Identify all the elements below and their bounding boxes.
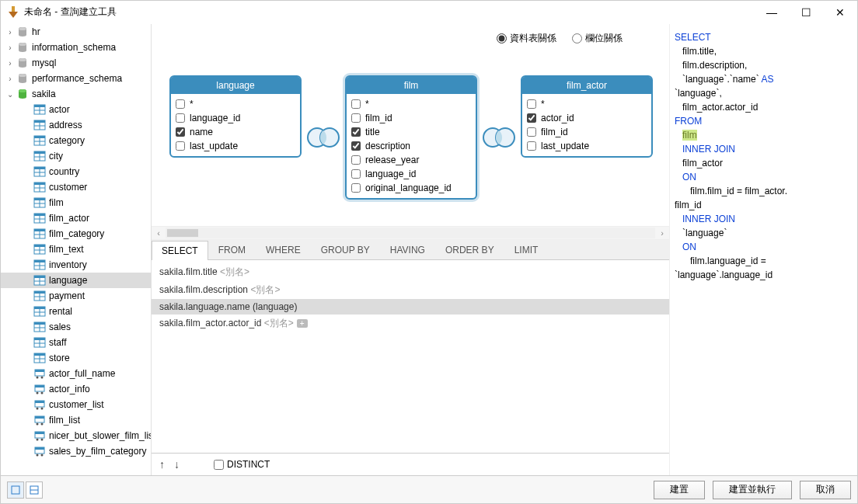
move-down-button[interactable]: ↓ [174, 458, 180, 471]
distinct-input[interactable] [214, 460, 224, 470]
tree-view-customer_list[interactable]: customer_list [1, 397, 151, 412]
build-button[interactable]: 建置 [654, 481, 705, 499]
tree-table-inventory[interactable]: inventory [1, 257, 151, 273]
expand-icon[interactable]: › [5, 27, 15, 36]
tree-table-customer[interactable]: customer [1, 179, 151, 195]
column-row[interactable]: film_id [527, 125, 647, 139]
alias-placeholder[interactable]: <別名> [220, 266, 249, 277]
select-item[interactable]: sakila.film.description <別名> [152, 281, 669, 299]
column-checkbox[interactable] [351, 155, 361, 165]
table-header[interactable]: language [171, 77, 300, 94]
column-checkbox[interactable] [351, 127, 361, 137]
select-item[interactable]: sakila.language.name (language) [152, 299, 669, 315]
sql-preview[interactable]: SELECT film.title, film.description, `la… [669, 24, 857, 475]
column-row[interactable]: name [176, 125, 295, 139]
tab-from[interactable]: FROM [208, 240, 256, 259]
tree-database-mysql[interactable]: ›mysql [1, 55, 151, 71]
column-row[interactable]: * [176, 97, 295, 111]
tree-view-nicer_but_slower_film_list[interactable]: nicer_but_slower_film_list [1, 428, 151, 443]
scroll-right-icon[interactable]: › [655, 228, 669, 238]
column-checkbox[interactable] [527, 127, 536, 137]
column-checkbox[interactable] [176, 99, 185, 109]
tree-table-film_text[interactable]: film_text [1, 242, 151, 257]
tree-table-staff[interactable]: staff [1, 335, 151, 350]
cancel-button[interactable]: 取消 [800, 481, 851, 499]
canvas-scrollbar[interactable]: ‹ › [152, 226, 669, 240]
tree-database-performance_schema[interactable]: ›performance_schema [1, 71, 151, 86]
tab-group-by[interactable]: GROUP BY [311, 240, 380, 259]
select-item[interactable]: sakila.film.title <別名> [152, 263, 669, 281]
alias-placeholder[interactable]: <別名> [264, 318, 294, 328]
column-checkbox[interactable] [351, 113, 361, 123]
select-list[interactable]: sakila.film.title <別名>sakila.film.descri… [152, 260, 669, 453]
tab-limit[interactable]: LIMIT [504, 240, 549, 259]
tree-table-film_category[interactable]: film_category [1, 226, 151, 242]
select-item[interactable]: sakila.film_actor.actor_id <別名>+ [152, 315, 669, 332]
expand-icon[interactable]: › [5, 58, 15, 68]
maximize-button[interactable]: ☐ [798, 6, 814, 19]
view-sql-button[interactable] [26, 481, 43, 499]
minimize-button[interactable]: — [764, 6, 780, 19]
tree-table-language[interactable]: language [1, 273, 151, 288]
tab-select[interactable]: SELECT [152, 241, 208, 260]
query-canvas[interactable]: 資料表關係 欄位關係 language*language_idnamelast_… [152, 24, 669, 226]
tree-table-film[interactable]: film [1, 195, 151, 210]
tree-view-film_list[interactable]: film_list [1, 412, 151, 428]
relation-field-radio[interactable] [572, 33, 582, 43]
column-checkbox[interactable] [176, 127, 185, 137]
tree-table-city[interactable]: city [1, 148, 151, 164]
column-checkbox[interactable] [527, 99, 536, 109]
column-row[interactable]: actor_id [527, 111, 647, 125]
expand-icon[interactable]: › [5, 74, 15, 83]
scroll-thumb[interactable] [167, 229, 198, 237]
table-box-film[interactable]: film*film_idtitledescriptionrelease_year… [345, 75, 477, 200]
relation-mode-field[interactable]: 欄位關係 [572, 32, 623, 45]
table-box-language[interactable]: language*language_idnamelast_update [169, 75, 302, 158]
tree-table-store[interactable]: store [1, 350, 151, 366]
column-checkbox[interactable] [176, 113, 185, 123]
tree-view-sales_by_film_category[interactable]: sales_by_film_category [1, 443, 151, 459]
expand-icon[interactable]: ⌄ [5, 89, 15, 99]
column-row[interactable]: release_year [351, 153, 471, 167]
tree-table-payment[interactable]: payment [1, 288, 151, 304]
column-checkbox[interactable] [351, 141, 361, 151]
tab-having[interactable]: HAVING [380, 240, 435, 259]
tree-database-hr[interactable]: ›hr [1, 24, 151, 40]
scroll-track[interactable] [166, 228, 655, 238]
tab-order-by[interactable]: ORDER BY [435, 240, 504, 259]
tree-view-actor_full_name[interactable]: actor_full_name [1, 366, 151, 381]
column-row[interactable]: film_id [351, 111, 471, 125]
expand-icon[interactable]: › [5, 43, 15, 52]
column-row[interactable]: description [351, 139, 471, 153]
tree-table-rental[interactable]: rental [1, 304, 151, 319]
scroll-left-icon[interactable]: ‹ [152, 228, 166, 238]
column-checkbox[interactable] [527, 113, 536, 123]
tree-table-category[interactable]: category [1, 133, 151, 148]
tree-table-address[interactable]: address [1, 117, 151, 133]
column-row[interactable]: language_id [351, 167, 471, 181]
join-icon[interactable] [305, 125, 342, 150]
column-checkbox[interactable] [351, 99, 361, 109]
table-box-film_actor[interactable]: film_actor*actor_idfilm_idlast_update [521, 75, 653, 158]
column-row[interactable]: original_language_id [351, 181, 471, 195]
add-alias-button[interactable]: + [297, 319, 308, 328]
distinct-checkbox[interactable]: DISTINCT [214, 459, 270, 470]
tree-table-sales[interactable]: sales [1, 319, 151, 335]
tree-table-film_actor[interactable]: film_actor [1, 210, 151, 226]
column-row[interactable]: title [351, 125, 471, 139]
column-row[interactable]: last_update [176, 139, 295, 153]
database-tree[interactable]: ›hr›information_schema›mysql›performance… [1, 24, 152, 475]
alias-placeholder[interactable]: <別名> [250, 284, 280, 295]
column-checkbox[interactable] [527, 141, 536, 151]
column-checkbox[interactable] [176, 141, 185, 151]
column-row[interactable]: * [527, 97, 647, 111]
table-header[interactable]: film_actor [522, 77, 651, 94]
relation-mode-table[interactable]: 資料表關係 [497, 32, 556, 45]
tree-view-actor_info[interactable]: actor_info [1, 381, 151, 397]
column-checkbox[interactable] [351, 169, 361, 179]
tree-table-country[interactable]: country [1, 164, 151, 179]
table-header[interactable]: film [347, 77, 476, 94]
close-button[interactable]: ✕ [832, 6, 848, 19]
join-icon[interactable] [480, 125, 518, 150]
tree-database-information_schema[interactable]: ›information_schema [1, 40, 151, 55]
